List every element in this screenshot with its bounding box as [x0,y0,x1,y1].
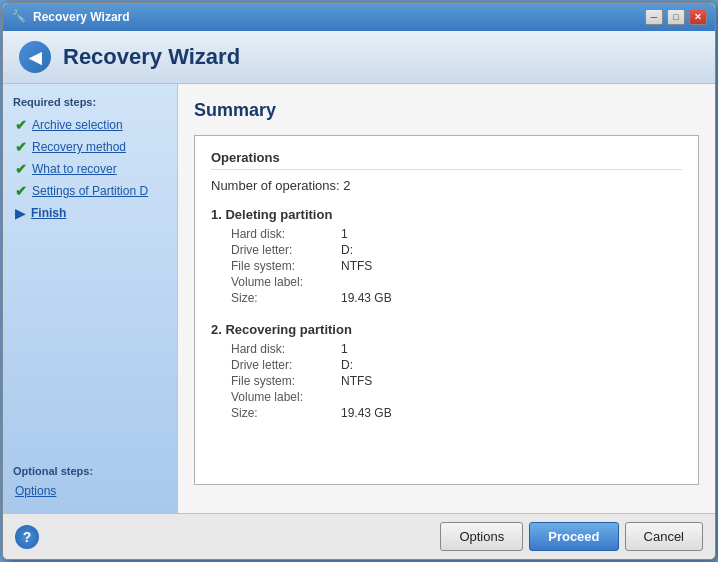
arrow-icon-finish: ▶ [15,205,26,221]
op-2-harddisk-label: Hard disk: [231,342,341,356]
back-button[interactable]: ◀ [19,41,51,73]
op-1-volumelabel-label: Volume label: [231,275,341,289]
num-operations-label: Number of operations: [211,178,343,193]
main-content: Required steps: ✔ Archive selection ✔ Re… [3,84,715,513]
num-operations: Number of operations: 2 [211,178,682,193]
op-2-size-label: Size: [231,406,341,420]
op-2-detail-harddisk: Hard disk: 1 [211,341,682,357]
op-2-harddisk-value: 1 [341,342,348,356]
cancel-button[interactable]: Cancel [625,522,703,551]
sidebar-item-archive-selection[interactable]: ✔ Archive selection [13,114,167,136]
sidebar-item-finish[interactable]: ▶ Finish [13,202,167,224]
op-2-volumelabel-label: Volume label: [231,390,341,404]
op-2-detail-filesystem: File system: NTFS [211,373,682,389]
maximize-button[interactable]: □ [667,9,685,25]
op-1-filesystem-label: File system: [231,259,341,273]
what-to-recover-link[interactable]: What to recover [32,162,117,176]
op-2-filesystem-value: NTFS [341,374,372,388]
op-1-harddisk-value: 1 [341,227,348,241]
op-2-detail-volumelabel: Volume label: [211,389,682,405]
op-1-detail-harddisk: Hard disk: 1 [211,226,682,242]
op-1-size-value: 19.43 GB [341,291,392,305]
op-2-size-value: 19.43 GB [341,406,392,420]
header-title: Recovery Wizard [63,44,240,70]
num-operations-value: 2 [343,178,350,193]
proceed-button[interactable]: Proceed [529,522,618,551]
op-1-detail-size: Size: 19.43 GB [211,290,682,306]
header-section: ◀ Recovery Wizard [3,31,715,84]
title-bar-controls: ─ □ ✕ [645,9,707,25]
sidebar-item-settings-partition-d[interactable]: ✔ Settings of Partition D [13,180,167,202]
title-bar: 🔧 Recovery Wizard ─ □ ✕ [3,3,715,31]
op-2-detail-size: Size: 19.43 GB [211,405,682,421]
footer-left: ? [15,525,39,549]
minimize-button[interactable]: ─ [645,9,663,25]
options-sidebar-link[interactable]: Options [15,484,56,498]
op-1-detail-driveletter: Drive letter: D: [211,242,682,258]
sidebar-spacer [13,224,167,457]
op-1-driveletter-label: Drive letter: [231,243,341,257]
options-button[interactable]: Options [440,522,523,551]
content-title: Summary [194,100,699,121]
help-button[interactable]: ? [15,525,39,549]
settings-partition-d-link[interactable]: Settings of Partition D [32,184,148,198]
operation-2-title: 2. Recovering partition [211,322,682,337]
sidebar-item-recovery-method[interactable]: ✔ Recovery method [13,136,167,158]
check-icon-settings-partition: ✔ [15,183,27,199]
op-1-detail-volumelabel: Volume label: [211,274,682,290]
check-icon-what-to-recover: ✔ [15,161,27,177]
check-icon-recovery-method: ✔ [15,139,27,155]
required-steps-label: Required steps: [13,96,167,108]
op-2-driveletter-label: Drive letter: [231,358,341,372]
op-2-driveletter-value: D: [341,358,353,372]
content-area: Summary Operations Number of operations:… [178,84,715,513]
optional-section: Optional steps: Options [13,465,167,501]
archive-selection-link[interactable]: Archive selection [32,118,123,132]
op-1-harddisk-label: Hard disk: [231,227,341,241]
operation-1-title: 1. Deleting partition [211,207,682,222]
operations-heading: Operations [211,150,682,170]
op-2-filesystem-label: File system: [231,374,341,388]
operation-1: 1. Deleting partition Hard disk: 1 Drive… [211,207,682,306]
sidebar: Required steps: ✔ Archive selection ✔ Re… [3,84,178,513]
op-1-size-label: Size: [231,291,341,305]
op-1-detail-filesystem: File system: NTFS [211,258,682,274]
op-1-driveletter-value: D: [341,243,353,257]
op-2-detail-driveletter: Drive letter: D: [211,357,682,373]
op-1-filesystem-value: NTFS [341,259,372,273]
check-icon-archive: ✔ [15,117,27,133]
main-window: 🔧 Recovery Wizard ─ □ ✕ ◀ Recovery Wizar… [2,2,716,560]
sidebar-item-options[interactable]: Options [13,481,167,501]
title-bar-left: 🔧 Recovery Wizard [11,9,130,25]
footer: ? Options Proceed Cancel [3,513,715,559]
footer-right: Options Proceed Cancel [440,522,703,551]
recovery-method-link[interactable]: Recovery method [32,140,126,154]
optional-steps-label: Optional steps: [13,465,167,477]
window-title: Recovery Wizard [33,10,130,24]
window-icon: 🔧 [11,9,27,25]
operation-2: 2. Recovering partition Hard disk: 1 Dri… [211,322,682,421]
summary-box: Operations Number of operations: 2 1. De… [194,135,699,485]
finish-link[interactable]: Finish [31,206,66,220]
sidebar-item-what-to-recover[interactable]: ✔ What to recover [13,158,167,180]
close-button[interactable]: ✕ [689,9,707,25]
